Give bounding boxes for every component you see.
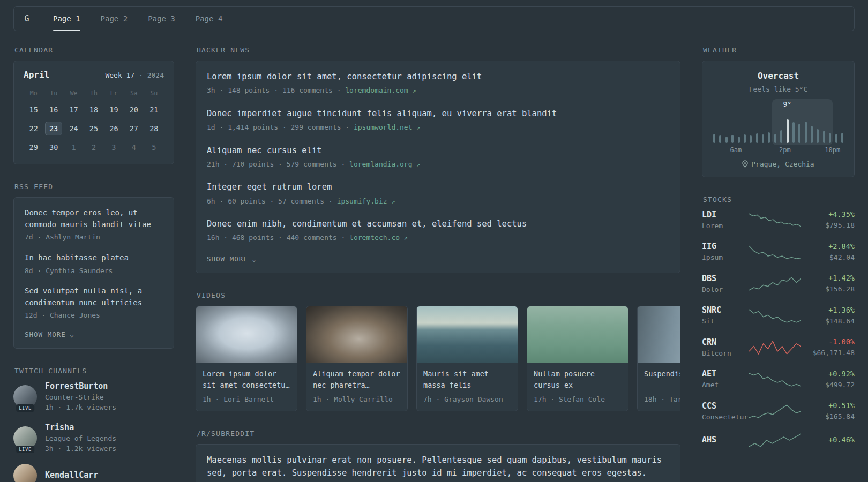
calendar-day[interactable]: 30 (43, 140, 63, 154)
hn-item-domain-link[interactable]: ipsumworld.net ↗ (354, 123, 421, 131)
stock-row[interactable]: LDILorem +4.35%$795.18 (702, 210, 855, 231)
stock-row[interactable]: IIGIpsum +2.84%$42.04 (702, 242, 855, 263)
external-link-icon: ↗ (416, 161, 420, 168)
tab-page-3[interactable]: Page 3 (148, 7, 175, 31)
calendar-day[interactable]: 26 (104, 122, 124, 135)
calendar-day[interactable]: 4 (124, 140, 144, 154)
calendar-weekday: Fr (104, 88, 124, 98)
weather-time-label: 6am (730, 146, 742, 154)
calendar-day[interactable]: 5 (144, 140, 164, 154)
calendar-day[interactable]: 24 (64, 122, 84, 135)
video-title: Aliquam tempor dolor nec pharetra… (313, 368, 401, 391)
chevron-down-icon: ⌄ (252, 255, 257, 262)
calendar-day[interactable]: 27 (124, 122, 144, 135)
stock-name: Lorem (702, 221, 745, 231)
twitch-widget: TWITCH CHANNELS LIVE ForrestBurton Count… (13, 367, 174, 482)
video-card[interactable]: Nullam posuere cursus ex17h · Stefan Col… (527, 306, 628, 412)
tab-page-4[interactable]: Page 4 (196, 7, 223, 31)
stock-row[interactable]: SNRCSit +1.36%$148.64 (702, 305, 855, 327)
rss-show-more-button[interactable]: SHOW MORE⌄ (25, 330, 74, 338)
twitch-channel-list: LIVE ForrestBurton Counter-Strike 1h · 1… (13, 381, 174, 482)
video-card[interactable]: Aliquam tempor dolor nec pharetra…1h · M… (306, 306, 408, 412)
hn-item-domain-link[interactable]: loremdomain.com ↗ (345, 86, 416, 94)
video-card[interactable]: Mauris sit amet massa felis7h · Grayson … (416, 306, 518, 412)
stock-row[interactable]: CRNBitcorn -1.00%$66,171.48 (702, 337, 855, 359)
calendar-day[interactable]: 3 (104, 140, 124, 154)
stock-price: $795.18 (805, 220, 855, 231)
tab-page-1[interactable]: Page 1 (53, 7, 80, 31)
video-meta: 18h · Tara (644, 394, 680, 405)
stock-sparkline (749, 433, 801, 448)
subreddit-post-title[interactable]: Maecenas mollis pulvinar erat non posuer… (207, 454, 669, 479)
chevron-down-icon: ⌄ (70, 330, 74, 338)
stock-symbol: AET (702, 369, 745, 379)
external-link-icon: ↗ (416, 124, 420, 131)
stock-row[interactable]: AHS +0.46% (702, 433, 855, 448)
hn-item-title[interactable]: Integer eget rutrum lorem (207, 181, 669, 193)
video-meta: 1h · Lori Barnett (203, 394, 290, 405)
rss-item-title[interactable]: Donec tempor eros leo, ut commodo mauris… (25, 207, 163, 230)
calendar-day[interactable]: 19 (104, 103, 124, 117)
weather-bar (725, 137, 728, 142)
rss-item-title[interactable]: In hac habitasse platea (25, 252, 163, 264)
hn-item-title[interactable]: Donec enim nibh, condimentum et accumsan… (207, 218, 669, 230)
hn-item-title[interactable]: Aliquam nec cursus elit (207, 145, 669, 157)
avatar-wrap: LIVE (13, 426, 37, 450)
hn-item-domain-link[interactable]: loremlandia.org ↗ (349, 160, 420, 168)
stock-symbol: DBS (702, 274, 745, 283)
weather-bar (731, 135, 734, 143)
calendar-day[interactable]: 16 (43, 103, 63, 117)
weather-location[interactable]: Prague, Czechia (712, 160, 844, 168)
calendar-day[interactable]: 21 (144, 103, 164, 117)
calendar-day[interactable]: 25 (84, 122, 103, 135)
calendar-day[interactable]: 15 (24, 103, 43, 117)
stock-sparkline (749, 213, 801, 228)
calendar-day[interactable]: 23 (45, 122, 62, 135)
hackernews-show-more-button[interactable]: SHOW MORE⌄ (207, 255, 257, 263)
weather-time-label: 2pm (779, 146, 791, 154)
calendar-weekday: We (64, 88, 84, 98)
weather-card: Overcast Feels like 5°C 9° 6am2pm10pm P (702, 61, 855, 177)
hn-item-domain-link[interactable]: loremtech.co ↗ (349, 234, 408, 242)
weather-bar (768, 132, 770, 142)
calendar-day[interactable]: 17 (64, 103, 84, 117)
external-link-icon: ↗ (391, 198, 395, 205)
weather-bar (744, 134, 746, 143)
left-column: CALENDAR April Week 17 · 2024 MoTuWeThFr… (13, 46, 174, 482)
rss-item-title[interactable]: Sed volutpat nulla nisl, a condimentum n… (25, 285, 163, 308)
twitch-channel[interactable]: LIVE KendallCarr (13, 464, 174, 482)
avatar (13, 464, 37, 482)
calendar-month[interactable]: April (24, 70, 49, 80)
twitch-channel[interactable]: LIVE ForrestBurton Counter-Strike 1h · 1… (13, 381, 174, 413)
video-card[interactable]: Suspendisse diam18h · Tara (637, 306, 680, 412)
stock-symbol: SNRC (702, 305, 745, 315)
stock-row[interactable]: AETAmet +0.92%$499.72 (702, 369, 855, 390)
hn-item-domain-link[interactable]: ipsumify.biz ↗ (337, 197, 395, 205)
stock-name: Amet (702, 380, 745, 390)
calendar-day[interactable]: 28 (144, 122, 164, 135)
twitch-channel[interactable]: LIVE Trisha League of Legends 3h · 1.2k … (13, 423, 174, 454)
weather-section-title: WEATHER (703, 46, 855, 54)
stock-name: Dolor (702, 284, 745, 295)
calendar-day[interactable]: 20 (124, 103, 144, 117)
hn-item-title[interactable]: Donec imperdiet augue tincidunt felis al… (207, 108, 669, 120)
stock-row[interactable]: DBSDolor +1.42%$156.28 (702, 274, 855, 295)
calendar-day[interactable]: 2 (84, 140, 103, 154)
video-card[interactable]: Lorem ipsum dolor sit amet consectetu…1h… (196, 306, 297, 412)
subreddit-widget: /R/SUBREDDIT Maecenas mollis pulvinar er… (196, 430, 680, 482)
tab-page-2[interactable]: Page 2 (101, 7, 128, 31)
calendar-day[interactable]: 29 (24, 140, 43, 154)
calendar-weekday: Th (84, 88, 103, 98)
avatar-wrap: LIVE (13, 464, 37, 482)
app-logo[interactable]: G (14, 7, 40, 31)
videos-widget: VIDEOS Lorem ipsum dolor sit amet consec… (196, 291, 680, 412)
video-row: Lorem ipsum dolor sit amet consectetu…1h… (196, 306, 680, 412)
weather-bar (762, 134, 764, 142)
hn-item-title[interactable]: Lorem ipsum dolor sit amet, consectetur … (207, 71, 669, 83)
stock-price: $156.28 (805, 284, 855, 295)
calendar-day[interactable]: 18 (84, 103, 103, 117)
rss-item-meta: 12d · Chance Jones (25, 310, 163, 321)
stock-row[interactable]: CCSConsectetur +0.51%$165.84 (702, 401, 855, 423)
calendar-day[interactable]: 1 (64, 140, 84, 154)
calendar-day[interactable]: 22 (24, 122, 43, 135)
